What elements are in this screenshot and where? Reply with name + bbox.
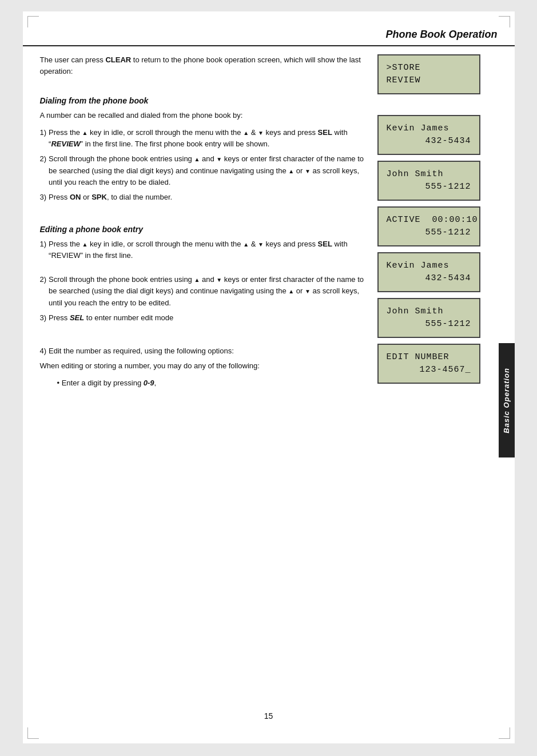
lcd-john2-line2: 555-1212 <box>387 318 471 331</box>
arrow-up-3 <box>194 154 200 163</box>
corner-tl <box>27 16 39 27</box>
editing-step-4: 4) Edit the number as required, using th… <box>40 345 366 357</box>
editing-bullet-1: • Enter a digit by pressing 0-9, <box>40 377 366 389</box>
page: Basic Operation Phone Book Operation The… <box>23 11 515 743</box>
spacer-3 <box>40 216 366 225</box>
editing-steps: 1) Press the key in idle, or scroll thro… <box>40 238 366 261</box>
side-tab: Basic Operation <box>499 343 515 457</box>
spacer-5 <box>40 327 366 336</box>
editing-steps-3: 4) Edit the number as required, using th… <box>40 345 366 357</box>
page-title: Phone Book Operation <box>23 29 515 46</box>
spacer-4 <box>40 265 366 274</box>
right-column: >STORE REVIEW Kevin James 432-5434 John … <box>377 54 498 700</box>
arrow-up-6 <box>243 240 249 248</box>
editing-step-1: 1) Press the key in idle, or scroll thro… <box>40 238 366 261</box>
lcd-kevin-james-1: Kevin James 432-5434 <box>377 115 480 155</box>
dialing-intro: A number can be recalled and dialed from… <box>40 110 366 121</box>
sel-keyword-3: SEL <box>70 313 84 322</box>
review-keyword-1: REVIEW <box>51 140 80 148</box>
lcd-store-review-line2: REVIEW <box>387 74 471 87</box>
page-number: 15 <box>23 711 515 726</box>
arrow-up-8 <box>288 287 294 295</box>
corner-br <box>499 727 510 739</box>
editing-step-3: 3) Press SEL to enter number edit mode <box>40 312 366 324</box>
lcd-kevin-line1: Kevin James <box>387 122 471 136</box>
arrow-dn-4 <box>258 240 264 248</box>
lcd-kevin2-line2: 432-5434 <box>387 272 471 285</box>
section-title-editing: Editing a phone book entry <box>40 225 366 234</box>
side-tab-label: Basic Operation <box>502 368 511 433</box>
arrow-up-7 <box>194 275 200 284</box>
lcd-active-line2: 555-1212 <box>387 226 471 240</box>
spacer-1 <box>40 87 366 96</box>
lcd-edit-number: EDIT NUMBER 123-4567_ <box>377 344 480 384</box>
arrow-dn-5 <box>216 275 222 284</box>
sel-keyword-2: SEL <box>318 240 332 248</box>
content-area: The user can press CLEAR to return to th… <box>23 54 515 700</box>
arrow-dn-3 <box>305 166 311 175</box>
digit-keyword: 0-9 <box>144 379 154 387</box>
lcd-john-smith-2: John Smith 555-1212 <box>377 298 480 338</box>
lcd-store-review: >STORE REVIEW <box>377 54 480 94</box>
spacer-r1 <box>377 100 480 109</box>
editing-when: When editing or storing a number, you ma… <box>40 360 366 372</box>
arrow-up-4 <box>288 166 294 175</box>
intro-paragraph: The user can press CLEAR to return to th… <box>40 54 366 77</box>
dialing-step-2: 2) Scroll through the phone book entries… <box>40 153 366 188</box>
lcd-edit-line1: EDIT NUMBER <box>387 351 471 364</box>
lcd-kevin2-line1: Kevin James <box>387 260 471 273</box>
spk-keyword: SPK <box>92 193 107 201</box>
corner-bl <box>27 727 39 739</box>
section-title-dialing: Dialing from the phone book <box>40 96 366 105</box>
lcd-active-line1: ACTIVE 00:00:10 <box>387 214 471 227</box>
lcd-kevin-line2: 432-5434 <box>387 135 471 148</box>
lcd-john-smith-1: John Smith 555-1212 <box>377 161 480 201</box>
arrow-up-5 <box>82 240 88 248</box>
editing-steps-2: 2) Scroll through the phone book entries… <box>40 274 366 324</box>
arrow-up-1 <box>82 128 88 137</box>
corner-tr <box>499 16 510 27</box>
lcd-kevin-james-2: Kevin James 432-5434 <box>377 252 480 292</box>
dialing-step-1: 1) Press the key in idle, or scroll thro… <box>40 127 366 150</box>
dialing-step-3: 3) Press ON or SPK, to dial the number. <box>40 192 366 203</box>
arrow-up-2 <box>243 128 249 137</box>
spacer-6 <box>40 336 366 345</box>
lcd-edit-line2: 123-4567_ <box>387 364 471 377</box>
lcd-john-line2: 555-1212 <box>387 181 471 194</box>
arrow-dn-2 <box>216 154 222 163</box>
on-keyword: ON <box>70 193 81 201</box>
lcd-store-review-line1: >STORE <box>387 62 471 75</box>
arrow-dn-6 <box>305 287 311 295</box>
sel-keyword-1: SEL <box>318 128 332 137</box>
editing-step-2: 2) Scroll through the phone book entries… <box>40 274 366 308</box>
dialing-steps: 1) Press the key in idle, or scroll thro… <box>40 127 366 203</box>
clear-keyword: CLEAR <box>105 55 131 64</box>
lcd-active: ACTIVE 00:00:10 555-1212 <box>377 206 480 246</box>
left-column: The user can press CLEAR to return to th… <box>40 54 377 700</box>
lcd-john2-line1: John Smith <box>387 305 471 319</box>
arrow-dn-1 <box>258 128 264 137</box>
lcd-john-line1: John Smith <box>387 168 471 181</box>
spacer-2 <box>40 206 366 216</box>
